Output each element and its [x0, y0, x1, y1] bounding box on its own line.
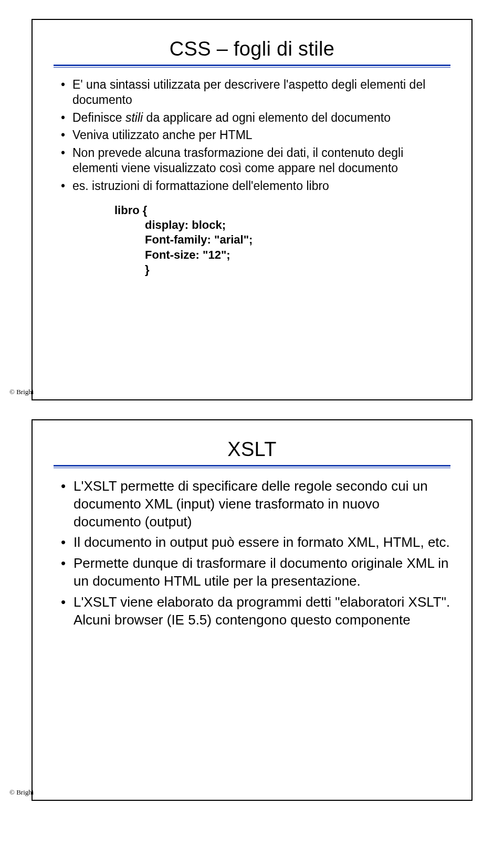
- code-line: libro {: [114, 203, 450, 218]
- bullet-item: Il documento in output può essere in for…: [60, 534, 450, 552]
- code-line: }: [114, 262, 450, 277]
- divider-thin: [54, 67, 450, 68]
- code-line: Font-size: "12";: [114, 248, 450, 262]
- bullet-item: L'XSLT viene elaborato da programmi dett…: [60, 594, 450, 629]
- code-line: Font-family: "arial";: [114, 232, 450, 247]
- bullet-item: E' una sintassi utilizzata per descriver…: [60, 77, 450, 108]
- slide-title: CSS – fogli di stile: [54, 38, 450, 60]
- bullet-item: es. istruzioni di formattazione dell'ele…: [60, 178, 450, 194]
- bullet-item: Non prevede alcuna trasformazione dei da…: [60, 145, 450, 176]
- slide-xslt: XSLT L'XSLT permette di specificare dell…: [32, 419, 472, 801]
- code-line: display: block;: [114, 218, 450, 232]
- divider-thick: [54, 465, 450, 467]
- divider-thin: [54, 468, 450, 468]
- code-block: libro { display: block; Font-family: "ar…: [114, 203, 450, 277]
- copyright: © Brighi: [9, 388, 34, 396]
- bullet-list: E' una sintassi utilizzata per descriver…: [54, 77, 450, 194]
- divider-thick: [54, 65, 450, 66]
- bullet-item: L'XSLT permette di specificare delle reg…: [60, 478, 450, 531]
- bullet-item: Definisce stili da applicare ad ogni ele…: [60, 110, 450, 125]
- bullet-item: Veniva utilizzato anche per HTML: [60, 128, 450, 143]
- slide-title: XSLT: [54, 438, 450, 461]
- bullet-list: L'XSLT permette di specificare delle reg…: [54, 478, 450, 629]
- slide-css: CSS – fogli di stile E' una sintassi uti…: [32, 19, 472, 400]
- copyright: © Brighi: [9, 788, 34, 797]
- bullet-item: Permette dunque di trasformare il docume…: [60, 555, 450, 590]
